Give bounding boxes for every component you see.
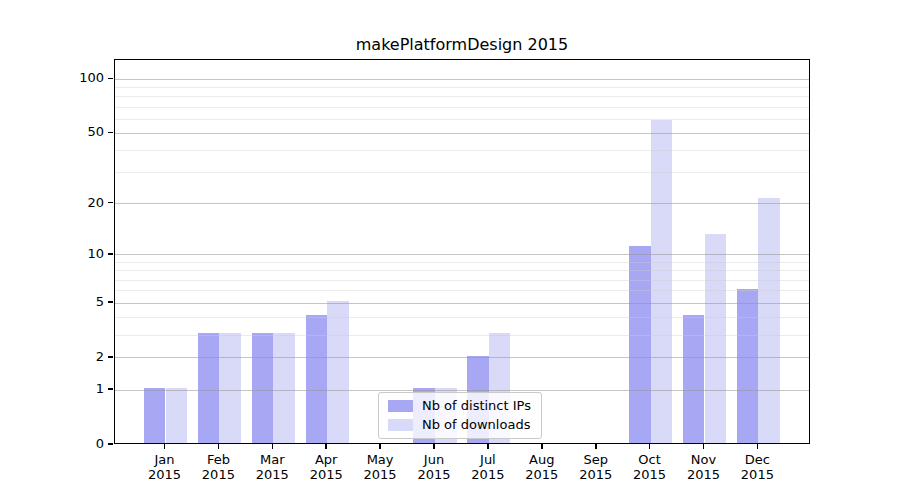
bar-distinct-ips — [144, 388, 166, 443]
chart-title: makePlatformDesign 2015 — [114, 36, 810, 54]
x-tick-label: Sep2015 — [568, 452, 624, 482]
x-tick-year: 2015 — [676, 467, 732, 482]
x-tick-year: 2015 — [352, 467, 408, 482]
y-tick-mark — [108, 78, 113, 80]
x-tick-label: Jan2015 — [137, 452, 193, 482]
x-tick-month: Sep — [568, 452, 624, 467]
x-tick-year: 2015 — [460, 467, 516, 482]
grid-line-minor — [115, 107, 809, 108]
x-tick-mark — [703, 444, 705, 449]
x-tick-month: Feb — [190, 452, 246, 467]
y-tick-mark — [108, 443, 113, 445]
x-tick-label: May2015 — [352, 452, 408, 482]
grid-line-minor — [115, 119, 809, 120]
bar-downloads — [166, 388, 188, 443]
grid-line-major — [115, 79, 809, 80]
x-tick-label: Jun2015 — [406, 452, 462, 482]
grid-line-minor — [115, 270, 809, 271]
bar-downloads — [651, 120, 673, 443]
y-tick-label: 5 — [0, 294, 104, 310]
legend-swatch — [388, 400, 413, 412]
grid-line-major — [115, 133, 809, 134]
legend-item: Nb of downloads — [388, 417, 531, 433]
y-tick-label: 0 — [0, 436, 104, 452]
y-tick-mark — [108, 388, 113, 390]
x-tick-label: Jul2015 — [460, 452, 516, 482]
x-tick-year: 2015 — [514, 467, 570, 482]
x-tick-year: 2015 — [568, 467, 624, 482]
bar-downloads — [219, 333, 241, 443]
legend-label: Nb of downloads — [422, 417, 530, 433]
grid-line-major — [115, 303, 809, 304]
x-tick-mark — [433, 444, 435, 449]
legend: Nb of distinct IPsNb of downloads — [378, 392, 542, 439]
grid-line-minor — [115, 280, 809, 281]
x-tick-month: Dec — [729, 452, 785, 467]
x-tick-year: 2015 — [190, 467, 246, 482]
x-tick-mark — [541, 444, 543, 449]
grid-line-minor — [115, 96, 809, 97]
bar-downloads — [758, 198, 780, 443]
x-tick-mark — [595, 444, 597, 449]
bar-distinct-ips — [629, 246, 651, 443]
x-tick-month: Apr — [298, 452, 354, 467]
grid-line-minor — [115, 87, 809, 88]
x-tick-month: Oct — [622, 452, 678, 467]
x-tick-label: Feb2015 — [190, 452, 246, 482]
y-tick-mark — [108, 301, 113, 303]
legend-item: Nb of distinct IPs — [388, 398, 531, 414]
grid-line-major — [115, 254, 809, 255]
y-tick-label: 2 — [0, 349, 104, 365]
grid-line-minor — [115, 150, 809, 151]
legend-label: Nb of distinct IPs — [422, 398, 531, 414]
bar-downloads — [273, 333, 295, 443]
grid-line-minor — [115, 335, 809, 336]
grid-line-minor — [115, 317, 809, 318]
x-tick-year: 2015 — [406, 467, 462, 482]
grid-line-major — [115, 203, 809, 204]
bar-distinct-ips — [737, 289, 759, 443]
x-tick-month: Jun — [406, 452, 462, 467]
x-tick-mark — [757, 444, 759, 449]
x-tick-label: Apr2015 — [298, 452, 354, 482]
y-tick-mark — [108, 132, 113, 134]
x-tick-month: Jan — [137, 452, 193, 467]
y-tick-label: 50 — [0, 124, 104, 140]
legend-swatch — [388, 419, 413, 431]
x-tick-mark — [649, 444, 651, 449]
x-tick-year: 2015 — [622, 467, 678, 482]
plot-area — [114, 59, 810, 444]
y-tick-label: 1 — [0, 381, 104, 397]
y-tick-label: 100 — [0, 70, 104, 86]
grid-line-major — [115, 390, 809, 391]
grid-line-major — [115, 357, 809, 358]
x-tick-mark — [379, 444, 381, 449]
bar-distinct-ips — [252, 333, 274, 443]
chart: makePlatformDesign 2015 Nb of distinct I… — [0, 0, 900, 500]
x-tick-label: Nov2015 — [676, 452, 732, 482]
x-tick-mark — [487, 444, 489, 449]
grid-line-minor — [115, 172, 809, 173]
x-tick-year: 2015 — [298, 467, 354, 482]
y-tick-mark — [108, 356, 113, 358]
x-tick-label: Dec2015 — [729, 452, 785, 482]
x-tick-label: Mar2015 — [244, 452, 300, 482]
x-tick-month: May — [352, 452, 408, 467]
x-tick-year: 2015 — [244, 467, 300, 482]
x-tick-mark — [218, 444, 220, 449]
y-tick-mark — [108, 253, 113, 255]
bar-downloads — [705, 234, 727, 443]
y-tick-label: 20 — [0, 195, 104, 211]
y-tick-mark — [108, 202, 113, 204]
x-tick-mark — [164, 444, 166, 449]
grid-line-minor — [115, 262, 809, 263]
x-tick-mark — [272, 444, 274, 449]
bar-downloads — [327, 301, 349, 443]
x-tick-month: Aug — [514, 452, 570, 467]
x-tick-month: Jul — [460, 452, 516, 467]
x-tick-month: Nov — [676, 452, 732, 467]
bar-distinct-ips — [198, 333, 220, 443]
x-tick-label: Oct2015 — [622, 452, 678, 482]
grid-line-minor — [115, 290, 809, 291]
x-tick-mark — [325, 444, 327, 449]
